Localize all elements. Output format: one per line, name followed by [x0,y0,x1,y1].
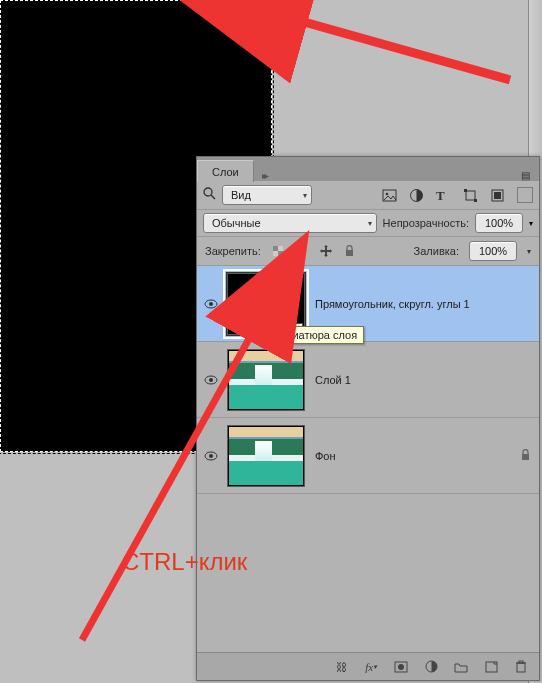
svg-line-30 [82,328,255,640]
annotation-arrow-top [0,0,542,683]
svg-line-29 [290,18,510,80]
